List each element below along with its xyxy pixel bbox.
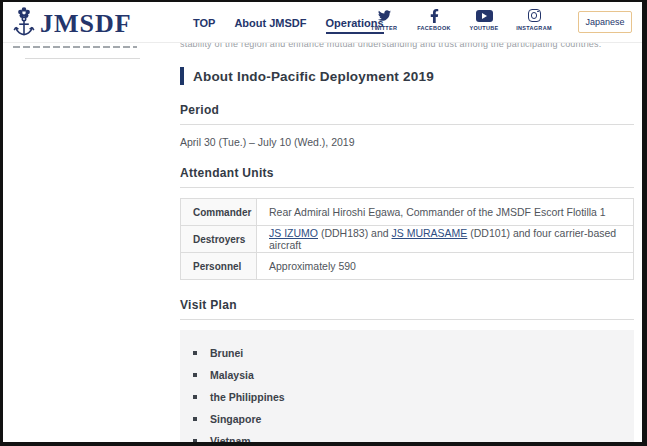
period-heading: Period [180, 103, 634, 125]
title-accent-bar [180, 67, 184, 85]
instagram-link[interactable]: INSTAGRAM [514, 8, 554, 31]
bullet-icon [193, 439, 197, 442]
personnel-label: Personnel [181, 253, 257, 280]
destroyers-value: JS IZUMO (DDH183) and JS MURASAME (DD101… [257, 226, 634, 253]
screenshot-frame: JMSDF TOP About JMSDF Operations TWITTER [0, 0, 647, 446]
facebook-link[interactable]: FACEBOOK [414, 8, 454, 31]
list-item: the Philippines [193, 386, 634, 408]
site-header: JMSDF TOP About JMSDF Operations TWITTER [3, 2, 642, 43]
youtube-icon [476, 8, 493, 23]
twitter-label: TWITTER [371, 25, 398, 31]
main-nav: TOP About JMSDF Operations [193, 2, 384, 43]
table-row-destroyers: Destroyers JS IZUMO (DDH183) and JS MURA… [181, 226, 634, 253]
twitter-link[interactable]: TWITTER [364, 8, 404, 31]
youtube-link[interactable]: YOUTUBE [464, 8, 504, 31]
page-title-row: About Indo-Pacific Deployment 2019 [180, 67, 634, 85]
bullet-icon [193, 351, 197, 355]
main-content: stability of the region and enhance mutu… [180, 43, 634, 442]
language-toggle-button[interactable]: Japanese [578, 11, 632, 33]
facebook-icon [430, 8, 439, 23]
social-links: TWITTER FACEBOOK YOUTUBE INSTAGRAM [364, 8, 554, 31]
visit-plan-heading: Visit Plan [180, 298, 634, 320]
bullet-icon [193, 417, 197, 421]
facebook-label: FACEBOOK [417, 25, 451, 31]
list-item: Malaysia [193, 364, 634, 386]
table-row-personnel: Personnel Approximately 590 [181, 253, 634, 280]
list-item: Singapore [193, 408, 634, 430]
sidebar-divider-line [25, 58, 140, 59]
js-murasame-link[interactable]: JS MURASAME [392, 227, 468, 239]
personnel-value: Approximately 590 [257, 253, 634, 280]
list-item: Vietnam [193, 430, 634, 442]
nav-about-jmsdf[interactable]: About JMSDF [234, 9, 306, 37]
destroyers-label: Destroyers [181, 226, 257, 253]
attendant-units-table: Commander Rear Admiral Hiroshi Egawa, Co… [180, 198, 634, 280]
jmsdf-logo[interactable]: JMSDF [12, 6, 132, 41]
twitter-icon [377, 8, 392, 23]
commander-label: Commander [181, 199, 257, 226]
destroyers-text-mid: (DDH183) and [318, 227, 392, 239]
page-title: About Indo-Pacific Deployment 2019 [193, 69, 434, 84]
js-izumo-link[interactable]: JS IZUMO [269, 227, 318, 239]
table-row-commander: Commander Rear Admiral Hiroshi Egawa, Co… [181, 199, 634, 226]
instagram-label: INSTAGRAM [516, 25, 552, 31]
youtube-label: YOUTUBE [470, 25, 499, 31]
bullet-icon [193, 395, 197, 399]
jmsdf-emblem-anchor-icon [12, 6, 36, 41]
clipped-paragraph: stability of the region and enhance mutu… [180, 43, 634, 51]
visit-plan-box: Brunei Malaysia the Philippines Singapor… [180, 330, 634, 442]
commander-value: Rear Admiral Hiroshi Egawa, Commander of… [257, 199, 634, 226]
bullet-icon [193, 373, 197, 377]
list-item: Brunei [193, 342, 634, 364]
browser-page: JMSDF TOP About JMSDF Operations TWITTER [3, 2, 642, 442]
instagram-icon [528, 8, 541, 23]
sidebar-clipped-text-remnant [13, 46, 137, 48]
attendant-units-heading: Attendant Units [180, 166, 634, 188]
nav-top[interactable]: TOP [193, 9, 215, 37]
brand-wordmark: JMSDF [40, 8, 132, 40]
period-value: April 30 (Tue.) – July 10 (Wed.), 2019 [180, 136, 634, 148]
